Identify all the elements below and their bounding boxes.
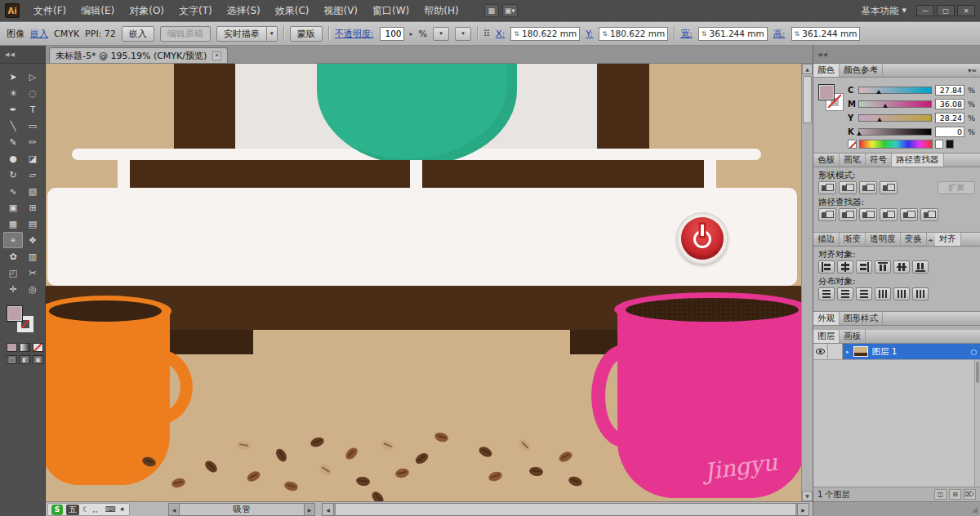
scroll-down-icon[interactable]: ▼	[802, 491, 813, 501]
document-tab[interactable]: 未标题-5* @ 195.19% (CMYK/预览) ✕	[49, 47, 228, 63]
menu-window[interactable]: 窗口(W)	[365, 0, 416, 21]
layers-scrollbar[interactable]	[974, 360, 980, 487]
align-top-button[interactable]	[875, 260, 891, 274]
ime-toolbar[interactable]: S 五 ☾ ,。 ⌨ ✦	[47, 503, 130, 516]
black-value[interactable]: 0	[935, 127, 964, 137]
menu-effect[interactable]: 效果(C)	[268, 0, 317, 21]
black-swatch[interactable]	[946, 140, 954, 149]
target-circle-icon[interactable]: ○	[970, 348, 977, 356]
exclude-button[interactable]	[880, 181, 898, 194]
tab-pathfinder[interactable]: 路径查找器	[892, 153, 944, 167]
hand-tool[interactable]: ✛	[3, 281, 23, 297]
machine-post-shape[interactable]	[118, 160, 130, 188]
toolbox-icon[interactable]: ✦	[119, 505, 126, 514]
reference-point-icon[interactable]: ⠿	[483, 29, 490, 39]
minus-back-button[interactable]	[920, 208, 938, 221]
symbol-sprayer-tool[interactable]: ✿	[3, 248, 23, 265]
tab-transparency[interactable]: 透明度	[866, 233, 901, 246]
scroll-up-icon[interactable]: ▲	[802, 64, 813, 74]
spinner-icon[interactable]: ⇅	[514, 30, 519, 38]
pen-tool[interactable]: ✒	[3, 101, 23, 118]
tab-scroll-arrows[interactable]: ◂▸	[927, 233, 935, 246]
white-swatch[interactable]	[935, 140, 943, 149]
tab-gradient[interactable]: 渐变	[840, 233, 866, 246]
column-graph-tool[interactable]: ▥	[23, 248, 42, 265]
fullscreen-menu-mode-button[interactable]: ◧	[20, 355, 30, 364]
paintbrush-tool[interactable]: ✎	[3, 134, 23, 150]
menu-view[interactable]: 视图(V)	[316, 0, 365, 21]
divide-button[interactable]	[818, 208, 836, 221]
new-layer-icon[interactable]: ⊞	[949, 489, 961, 500]
align-right-button[interactable]	[856, 260, 872, 274]
y-field[interactable]: ⇅ 180.622 mm	[599, 27, 668, 41]
lasso-tool[interactable]: ◌	[23, 85, 42, 101]
style-dropdown-icon[interactable]: ▾	[433, 27, 449, 41]
tab-layers[interactable]: 图层	[813, 330, 840, 343]
color-spectrum[interactable]	[859, 140, 933, 149]
align-v-center-button[interactable]	[893, 260, 910, 274]
resize-grip-icon[interactable]: ◢	[813, 501, 980, 516]
magic-wand-tool[interactable]: ✳	[3, 85, 23, 101]
yellow-slider[interactable]	[858, 114, 932, 122]
crop-button[interactable]	[880, 208, 898, 221]
workspace-switcher[interactable]: 基本功能 ▼	[862, 5, 906, 17]
pink-cup-coffee-shape[interactable]	[626, 298, 799, 322]
layer-row-selected[interactable]: ▸ 图层 1 ○	[843, 344, 980, 359]
magenta-value[interactable]: 36.08	[935, 99, 964, 109]
outline-button[interactable]	[900, 208, 918, 221]
distribute-right-button[interactable]	[912, 287, 929, 300]
orange-cup-coffee-shape[interactable]	[49, 300, 162, 322]
status-tool-selector[interactable]: ◀ 吸管 ▶	[168, 503, 315, 516]
left-pillar-shape[interactable]	[174, 64, 235, 160]
tab-align[interactable]: 对齐	[935, 233, 961, 246]
opacity-popup-icon[interactable]: ▸	[410, 30, 413, 38]
minimize-button[interactable]: —	[916, 5, 934, 16]
menu-type[interactable]: 文字(T)	[172, 0, 220, 21]
slider-marker[interactable]	[877, 118, 882, 122]
keyboard-icon[interactable]: ⌨	[105, 505, 116, 514]
vertical-scrollbar[interactable]: ▲ ▼	[801, 64, 813, 501]
menu-help[interactable]: 帮助(H)	[416, 0, 466, 21]
tab-brushes[interactable]: 画笔	[840, 153, 866, 167]
eraser-tool[interactable]: ◪	[23, 150, 42, 167]
opacity-link[interactable]: 不透明度:	[335, 28, 374, 40]
status-back-icon[interactable]: ◀	[168, 503, 180, 516]
tab-stroke[interactable]: 描边	[813, 233, 840, 246]
scroll-right-icon[interactable]: ▶	[797, 504, 808, 515]
rotate-tool[interactable]: ↻	[3, 167, 23, 183]
clipping-mask-icon[interactable]: ◫	[934, 489, 947, 500]
yellow-value[interactable]: 28.24	[935, 113, 964, 123]
brush-dropdown-icon[interactable]: ▾	[455, 27, 471, 41]
power-button-shape[interactable]	[676, 212, 728, 265]
horizontal-scrollbar[interactable]: ◀ ▶	[322, 503, 809, 516]
gradient-mode-button[interactable]	[20, 343, 30, 352]
delete-icon[interactable]: ⌦	[964, 489, 976, 500]
vertical-scroll-thumb[interactable]	[803, 76, 812, 123]
layer-name[interactable]: 图层 1	[872, 346, 898, 358]
ime-logo-icon[interactable]: S	[51, 505, 63, 515]
dock-collapse-button[interactable]: ◀◀	[813, 46, 980, 64]
width-tool[interactable]: ∿	[3, 183, 23, 199]
none-swatch[interactable]	[848, 140, 857, 149]
mesh-tool[interactable]: ▦	[3, 216, 23, 232]
spinner-icon[interactable]: ⇅	[602, 30, 608, 38]
moon-icon[interactable]: ☾	[82, 505, 89, 514]
line-segment-tool[interactable]: ╲	[3, 118, 23, 134]
arrange-documents-icon[interactable]: ▦	[484, 4, 499, 17]
tab-swatches[interactable]: 色板	[813, 153, 840, 167]
rectangle-tool[interactable]: ▭	[23, 118, 42, 134]
magenta-slider[interactable]	[858, 100, 932, 108]
fill-swatch[interactable]	[7, 305, 23, 322]
pencil-tool[interactable]: ✏	[23, 134, 42, 150]
ime-mode-badge[interactable]: 五	[66, 505, 79, 515]
blend-tool[interactable]: ❖	[23, 232, 42, 248]
spinner-icon[interactable]: ⇅	[702, 30, 707, 38]
tab-transform[interactable]: 变换	[901, 233, 927, 246]
embed-button[interactable]: 嵌入	[122, 26, 154, 42]
right-pillar-shape[interactable]	[597, 64, 649, 160]
align-left-button[interactable]	[818, 260, 835, 274]
width-label[interactable]: 宽:	[680, 28, 693, 40]
perspective-grid-tool[interactable]: ⊞	[23, 199, 42, 216]
disclosure-icon[interactable]: ▸	[846, 349, 849, 355]
artboard-canvas[interactable]: Jingyu	[46, 64, 801, 501]
